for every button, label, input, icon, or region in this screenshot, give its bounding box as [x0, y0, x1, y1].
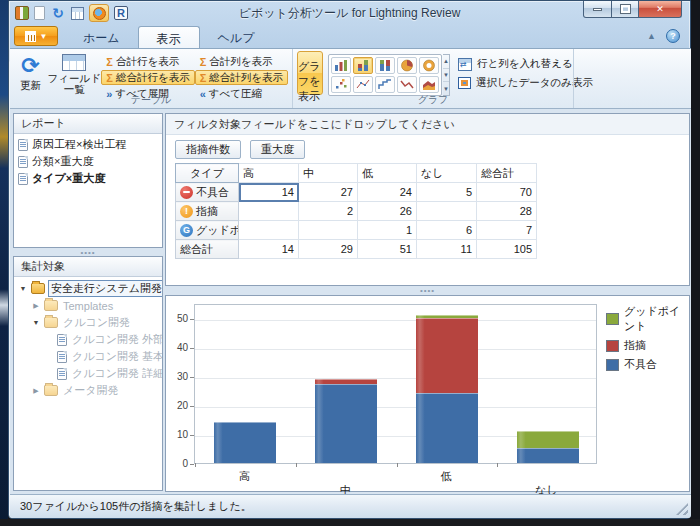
- x-category-label: 高: [194, 469, 295, 484]
- tree-item[interactable]: クルコン開発 外部仕...: [14, 331, 162, 348]
- pivot-total-cell[interactable]: 51: [358, 240, 417, 259]
- pivot-corner-cell[interactable]: タイプ: [176, 164, 239, 183]
- chart-type-scatter-icon[interactable]: [331, 76, 351, 93]
- row-label: グッドポイント: [196, 223, 239, 238]
- filter-drop-zone[interactable]: フィルタ対象フィールドをここにドロップしてください: [166, 114, 689, 135]
- chart-type-stacked-bar-icon[interactable]: [353, 57, 373, 74]
- pivot-total-cell[interactable]: 105: [477, 240, 537, 259]
- chart-type-scatter-line-icon[interactable]: [353, 76, 373, 93]
- pivot-cell[interactable]: 27: [299, 183, 358, 202]
- chart-type-stacked-bar-100-icon[interactable]: [375, 57, 395, 74]
- chart-type-step-icon[interactable]: [375, 76, 395, 93]
- tree-item-label: 安全走行システム開発プロジ...: [48, 280, 162, 297]
- tree-item[interactable]: ▶Templates: [14, 297, 162, 314]
- tab-表示[interactable]: 表示: [138, 26, 200, 48]
- show-selected-only-icon: [458, 77, 471, 89]
- tab-ヘルプ[interactable]: ヘルプ: [200, 26, 273, 48]
- chart-type-line-icon[interactable]: [397, 76, 417, 93]
- ribbon-group-chart: グラフを表示 ▲ ▼ ▼ 行と列を入れ替える選択したデータのみ表示 グラフ: [292, 49, 573, 108]
- tree-item[interactable]: ▼安全走行システム開発プロジ...: [14, 280, 162, 297]
- pivot-total-cell[interactable]: 14: [239, 240, 299, 259]
- toggle-総合計行を表示[interactable]: Σ総合計行を表示: [101, 70, 194, 85]
- minimize-button[interactable]: [583, 1, 612, 18]
- tab-ホーム[interactable]: ホーム: [65, 26, 138, 48]
- toggle-合計行を表示[interactable]: Σ合計行を表示: [101, 54, 194, 69]
- pivot-column-header[interactable]: 中: [299, 164, 358, 183]
- pivot-cell[interactable]: 2: [299, 202, 358, 221]
- pivot-column-header[interactable]: 高: [239, 164, 299, 183]
- pivot-column-header[interactable]: なし: [417, 164, 477, 183]
- refresh-button[interactable]: ⟳ 更新: [14, 51, 47, 95]
- pivot-column-header[interactable]: 総合計: [477, 164, 537, 183]
- gallery-scroll-up-icon[interactable]: ▲: [443, 55, 449, 69]
- y-tick-mark: [190, 406, 194, 407]
- pivot-cell[interactable]: 1: [358, 221, 417, 240]
- tree-expander-icon[interactable]: ▼: [18, 285, 28, 292]
- bar-segment-グッドポイント[interactable]: [416, 315, 478, 318]
- close-button[interactable]: ✕: [639, 1, 682, 18]
- pivot-total-header[interactable]: 総合計: [176, 240, 239, 259]
- tree-item[interactable]: クルコン開発 詳細設...: [14, 365, 162, 382]
- chart-type-pie-icon[interactable]: [397, 57, 417, 74]
- pivot-cell[interactable]: 70: [477, 183, 537, 202]
- pivot-total-cell[interactable]: 29: [299, 240, 358, 259]
- chart-plot-area[interactable]: [194, 304, 597, 464]
- y-tick-label: 20: [168, 400, 188, 411]
- bar-segment-不具合[interactable]: [517, 448, 579, 463]
- bar-segment-不具合[interactable]: [214, 422, 276, 463]
- maximize-button[interactable]: [612, 1, 639, 18]
- pivot-cell[interactable]: [239, 202, 299, 221]
- pivot-cell[interactable]: 24: [358, 183, 417, 202]
- pivot-cell[interactable]: 28: [477, 202, 537, 221]
- application-menu-button[interactable]: ▼: [14, 26, 58, 46]
- tree-expander-icon[interactable]: ▼: [31, 319, 41, 326]
- field-list-icon: [62, 54, 86, 71]
- sidebar-splitter[interactable]: ••••: [13, 249, 163, 256]
- pivot-row-header[interactable]: !指摘: [176, 202, 239, 221]
- pivot-row-header[interactable]: 不具合: [176, 183, 239, 202]
- pivot-total-cell[interactable]: 11: [417, 240, 477, 259]
- bar-segment-グッドポイント[interactable]: [517, 431, 579, 448]
- gallery-scroll-down-icon[interactable]: ▼: [443, 69, 449, 83]
- report-item[interactable]: 分類×重大度: [14, 153, 162, 170]
- tree-item[interactable]: ▶メータ開発: [14, 382, 162, 399]
- field-button-severity[interactable]: 重大度: [250, 140, 305, 159]
- report-item[interactable]: タイプ×重大度: [14, 170, 162, 187]
- tree-item[interactable]: ▼クルコン開発: [14, 314, 162, 331]
- chart-type-bar-icon[interactable]: [331, 57, 351, 74]
- field-button-count[interactable]: 指摘件数: [175, 140, 241, 159]
- filter-hint: フィルタ対象フィールドをここにドロップしてください: [174, 117, 455, 132]
- field-list-button[interactable]: フィールド一覧: [47, 51, 101, 95]
- pivot-cell[interactable]: 14: [239, 183, 299, 202]
- show-chart-button[interactable]: グラフを表示: [297, 51, 323, 95]
- pivot-cell[interactable]: 26: [358, 202, 417, 221]
- tree-item[interactable]: クルコン開発 基本設...: [14, 348, 162, 365]
- toggle-合計列を表示[interactable]: Σ合計列を表示: [195, 54, 288, 69]
- pivot-table[interactable]: タイプ高中低なし総合計不具合142724570!指摘22628Gグッドポイント1…: [175, 163, 537, 259]
- pivot-cell[interactable]: [239, 221, 299, 240]
- pivot-cell[interactable]: 5: [417, 183, 477, 202]
- resize-grip-icon[interactable]: [676, 503, 688, 515]
- pivot-cell[interactable]: 7: [477, 221, 537, 240]
- tree-expander-icon[interactable]: ▶: [31, 387, 41, 395]
- title-bar[interactable]: ↻ R ピボット分析ツール for Lightning Review ✕: [9, 1, 690, 25]
- pivot-row-header[interactable]: Gグッドポイント: [176, 221, 239, 240]
- bar-segment-指摘[interactable]: [416, 318, 478, 394]
- pivot-cell[interactable]: [299, 221, 358, 240]
- pivot-column-header[interactable]: 低: [358, 164, 417, 183]
- toggle-総合計列を表示[interactable]: Σ総合計列を表示: [195, 70, 288, 85]
- chart-type-donut-icon[interactable]: [419, 57, 439, 74]
- help-icon[interactable]: ?: [666, 29, 680, 43]
- bar-segment-指摘[interactable]: [315, 379, 377, 385]
- report-item[interactable]: 原因工程×検出工程: [14, 136, 162, 153]
- table-toggles-col2: Σ合計列を表示Σ総合計列を表示«すべて圧縮: [195, 51, 288, 95]
- table-chart-splitter[interactable]: ••••: [165, 286, 690, 295]
- bar-segment-不具合[interactable]: [416, 393, 478, 463]
- collapse-ribbon-icon[interactable]: ▲: [647, 31, 656, 41]
- chart-type-area-icon[interactable]: [419, 76, 439, 93]
- bar-segment-不具合[interactable]: [315, 384, 377, 463]
- row-header-inner: !指摘: [180, 204, 234, 219]
- tree-expander-icon[interactable]: ▶: [31, 302, 41, 310]
- pivot-cell[interactable]: 6: [417, 221, 477, 240]
- pivot-cell[interactable]: [417, 202, 477, 221]
